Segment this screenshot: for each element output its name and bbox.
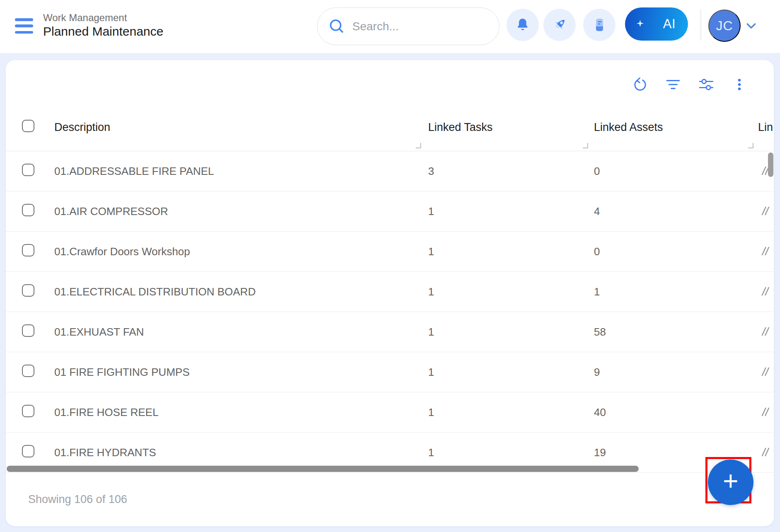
row-linked-tasks: 1 <box>426 205 593 218</box>
vertical-scrollbar[interactable] <box>768 152 773 177</box>
row-linked-assets: 40 <box>593 406 758 419</box>
row-extra-value: // <box>758 205 774 218</box>
ai-button[interactable]: AI <box>625 7 688 41</box>
row-extra-value: // <box>758 366 774 379</box>
row-linked-tasks: 1 <box>426 406 593 419</box>
row-checkbox[interactable] <box>22 405 34 417</box>
row-checkbox-cell <box>6 284 47 300</box>
column-header-description[interactable]: Description <box>47 121 426 134</box>
table-row[interactable]: 01.FIRE HOSE REEL 1 40 // <box>6 392 774 433</box>
row-checkbox-cell <box>6 405 47 420</box>
column-resize-handle[interactable] <box>583 143 588 148</box>
bell-icon <box>514 17 531 33</box>
column-header-linked-extra[interactable]: Lin <box>758 121 774 134</box>
sparkle-icon <box>637 20 644 27</box>
row-description: 01.FIRE HOSE REEL <box>47 406 426 419</box>
search-input[interactable] <box>352 20 499 33</box>
menu-icon[interactable] <box>15 18 33 34</box>
row-checkbox-cell <box>6 244 47 259</box>
app-header: Work Management Planned Maintenance <box>0 0 780 53</box>
table-row[interactable]: 01.ADDRESSABLE FIRE PANEL 3 0 // <box>6 151 774 191</box>
row-checkbox-cell <box>6 204 47 219</box>
header-divider <box>700 9 701 41</box>
row-linked-assets: 0 <box>593 245 758 258</box>
row-linked-tasks: 1 <box>426 326 593 339</box>
select-all-checkbox[interactable] <box>22 120 34 132</box>
document-icon <box>591 17 608 33</box>
avatar[interactable]: JC <box>708 10 741 42</box>
row-linked-tasks: 1 <box>426 446 593 459</box>
row-linked-assets: 0 <box>593 165 758 178</box>
row-extra-value: // <box>758 406 774 419</box>
search-box[interactable] <box>317 7 499 45</box>
row-linked-assets: 58 <box>593 326 758 339</box>
table-header: Description Linked Tasks Linked Assets L… <box>6 60 774 151</box>
table-row[interactable]: 01.Crawfor Doors Workshop 1 0 // <box>6 232 774 272</box>
row-extra-value: // <box>758 326 774 339</box>
content-card: Description Linked Tasks Linked Assets L… <box>6 60 774 526</box>
row-linked-tasks: 1 <box>426 285 593 298</box>
row-checkbox[interactable] <box>22 324 34 337</box>
row-description: 01.AIR COMPRESSOR <box>47 205 426 218</box>
table-row[interactable]: 01.ELECTRICAL DISTRIBUTION BOARD 1 1 // <box>6 272 774 312</box>
page-title: Planned Maintenance <box>43 24 163 39</box>
row-linked-assets: 1 <box>593 285 758 298</box>
row-description: 01.EXHUAST FAN <box>47 326 426 339</box>
menu-bar <box>15 24 33 27</box>
row-checkbox[interactable] <box>22 244 34 256</box>
search-icon <box>328 18 346 35</box>
add-button[interactable]: + <box>708 459 753 505</box>
notifications-button[interactable] <box>506 9 539 41</box>
avatar-initials: JC <box>716 18 733 34</box>
row-description: 01.ELECTRICAL DISTRIBUTION BOARD <box>47 285 426 298</box>
row-extra-value: // <box>758 245 774 258</box>
row-checkbox-cell <box>6 324 47 340</box>
row-description: 01 FIRE FIGHTING PUMPS <box>47 366 426 379</box>
row-checkbox-cell <box>6 164 47 179</box>
row-extra-value: // <box>758 285 774 298</box>
table-body: 01.ADDRESSABLE FIRE PANEL 3 0 // 01.AIR … <box>6 151 774 473</box>
row-checkbox[interactable] <box>22 204 34 216</box>
table-row[interactable]: 01.EXHUAST FAN 1 58 // <box>6 312 774 352</box>
launcher-button[interactable] <box>543 9 576 41</box>
header-checkbox-cell <box>6 120 47 135</box>
ai-button-label: AI <box>663 17 676 31</box>
menu-bar <box>15 18 33 21</box>
column-header-linked-tasks[interactable]: Linked Tasks <box>426 121 593 134</box>
table-row[interactable]: 01 FIRE FIGHTING PUMPS 1 9 // <box>6 352 774 392</box>
row-checkbox-cell <box>6 365 47 380</box>
breadcrumb: Work Management Planned Maintenance <box>43 12 163 39</box>
row-checkbox[interactable] <box>22 445 34 457</box>
row-linked-tasks: 1 <box>426 245 593 258</box>
app-root: Work Management Planned Maintenance <box>0 0 780 532</box>
row-linked-tasks: 3 <box>426 165 593 178</box>
row-description: 01.FIRE HYDRANTS <box>47 446 426 459</box>
table-row[interactable]: 01.AIR COMPRESSOR 1 4 // <box>6 191 774 232</box>
column-resize-handle[interactable] <box>748 143 753 148</box>
documents-button[interactable] <box>583 9 615 41</box>
column-header-linked-assets[interactable]: Linked Assets <box>593 121 758 134</box>
app-title: Work Management <box>43 12 163 24</box>
row-linked-assets: 9 <box>593 366 758 379</box>
horizontal-scrollbar[interactable] <box>7 466 639 472</box>
column-resize-handle[interactable] <box>416 143 421 148</box>
row-checkbox[interactable] <box>22 164 34 176</box>
row-linked-assets: 4 <box>593 205 758 218</box>
row-linked-tasks: 1 <box>426 366 593 379</box>
plus-icon: + <box>723 468 738 494</box>
row-extra-value: // <box>758 446 774 459</box>
menu-bar <box>15 31 33 34</box>
row-description: 01.ADDRESSABLE FIRE PANEL <box>47 165 426 178</box>
rocket-icon <box>551 16 568 34</box>
row-checkbox-cell <box>6 445 47 460</box>
row-checkbox[interactable] <box>22 365 34 377</box>
row-checkbox[interactable] <box>22 284 34 297</box>
results-count: Showing 106 of 106 <box>28 493 127 506</box>
chevron-down-icon[interactable] <box>746 22 756 29</box>
row-description: 01.Crawfor Doors Workshop <box>47 245 426 258</box>
